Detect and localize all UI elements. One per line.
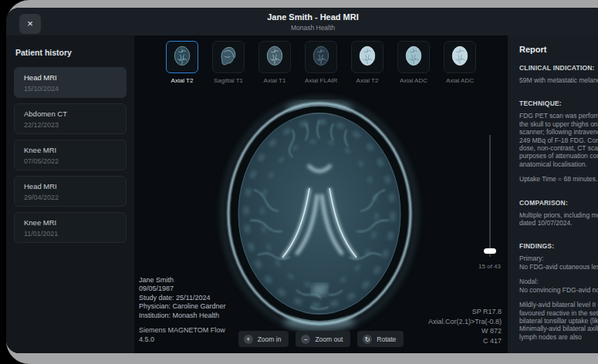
report-line	[519, 168, 598, 175]
thumbnail-image[interactable]	[305, 41, 337, 73]
report-line	[519, 184, 598, 190]
patient-info-line: Institution: Monash Health	[139, 312, 226, 321]
thumbnail-label: Axial ADC	[397, 77, 430, 84]
history-item[interactable]: Abdomen CT 22/12/2023	[14, 103, 127, 134]
thumbnail-axial-t2: Axial T2	[166, 41, 198, 84]
thumbnail-label: Sagittal T1	[212, 77, 245, 84]
thumbnail-image[interactable]	[444, 41, 476, 73]
report-line: TECHNIQUE:	[519, 99, 598, 107]
toolbar-button-label: Zoom in	[258, 335, 282, 343]
report-line: favoured reactive in the setting of in	[519, 309, 598, 317]
thumbnail-image[interactable]	[166, 41, 198, 73]
report-line: No FDG-avid cutaneous lesion.	[519, 263, 598, 271]
history-item[interactable]: Head MRI 29/04/2022	[14, 176, 127, 207]
thumbnail-image[interactable]	[397, 41, 430, 73]
thumbnail-sagittal-t1: Sagittal T1	[212, 41, 245, 84]
thumbnail-axial-flair: Axial FLAIR	[305, 41, 337, 84]
history-item-date: 11/01/2021	[24, 230, 117, 238]
report-line	[519, 84, 598, 91]
slice-slider-track[interactable]	[489, 135, 491, 257]
history-list: Head MRI 15/10/2024 Abdomen CT 22/12/202…	[14, 67, 127, 243]
history-item-label: Abdomen CT	[24, 110, 117, 118]
history-item-date: 15/10/2024	[24, 85, 117, 93]
history-item-date: 22/12/2023	[24, 121, 117, 129]
sidebar-title: Patient history	[15, 48, 127, 57]
history-item-label: Head MRI	[24, 73, 117, 82]
report-line: dose, non-contrast, CT scan was per	[519, 144, 598, 152]
report-body: CLINICAL INDICATION: 59M with metastatic…	[519, 64, 598, 341]
technical-info-line: SP R17.8	[428, 307, 502, 317]
slice-slider-handle[interactable]	[484, 248, 496, 254]
report-line: COMPARISON:	[519, 199, 598, 207]
thumbnail-axial-t1: Axial T1	[258, 41, 291, 84]
report-line: anatomical localisation.	[519, 160, 598, 168]
thumbnail-image[interactable]	[351, 41, 383, 73]
thumbnail-label: Axial T2	[166, 77, 198, 84]
report-line: the skull to upper thighs on our con	[519, 120, 598, 128]
report-line: dated 10/07/2024.	[519, 219, 598, 227]
toolbar-button-label: Zoom out	[315, 335, 343, 343]
toolbar-button[interactable]: ↻ Rotate	[357, 331, 404, 347]
thumbnail-label: Axial FLAIR	[305, 77, 337, 84]
thumbnail-axial-t2-2: Axial T2	[351, 41, 383, 84]
thumbnail-image[interactable]	[258, 41, 291, 73]
zoom-in-icon: +	[244, 335, 253, 344]
rotate-icon: ↻	[363, 335, 372, 344]
report-line: 59M with metastatic melanoma.	[519, 76, 598, 84]
patient-info-line: Physician: Caroline Gardner	[139, 302, 226, 312]
patient-info-line: 09/05/1987	[139, 285, 226, 294]
report-line: Minimally-avid bilateral axillary and	[519, 325, 598, 332]
mri-viewer-window: × Jane Smith - Head MRI Monash Health Pa…	[6, 8, 598, 353]
technical-info-line: Axial.Cor(2.1)>Tra(-0.8)	[428, 317, 502, 327]
report-line: Multiple priors, including most rece	[519, 211, 598, 219]
window-subtitle: Monash Health	[6, 24, 598, 32]
history-item-date: 07/05/2022	[24, 157, 117, 165]
report-line	[519, 227, 598, 234]
report-title: Report	[519, 45, 598, 54]
toolbar-button-label: Rotate	[377, 335, 396, 343]
toolbar-button[interactable]: − Zoom out	[296, 331, 350, 347]
history-item[interactable]: Knee MRI 07/05/2022	[14, 140, 127, 170]
report-line: Uptake Time = 68 minutes. BSL = 5.9	[519, 175, 598, 183]
report-line	[519, 294, 598, 301]
zoom-out-icon: −	[301, 335, 310, 344]
report-line: Primary:	[519, 254, 598, 262]
thumbnail-label: Axial ADC	[444, 77, 476, 84]
viewer-toolbar: + Zoom in − Zoom out ↻ Rotate	[134, 331, 508, 347]
report-line: scanner; following intravenous admi	[519, 128, 598, 136]
window-title: Jane Smith - Head MRI	[6, 12, 598, 22]
report-panel: Report CLINICAL INDICATION: 59M with met…	[508, 35, 598, 353]
thumbnail-image[interactable]	[212, 41, 245, 73]
image-viewer: Axial T2	[134, 35, 508, 353]
patient-info-line: Study date: 25/11/2024	[139, 294, 226, 303]
report-line: Nodal:	[519, 278, 598, 285]
report-line	[519, 271, 598, 278]
report-line: Mildly-avid bilateral level II cervical …	[519, 301, 598, 308]
toolbar-button[interactable]: + Zoom in	[238, 331, 289, 347]
report-line: No convincing FDG-avid nodal meta	[519, 286, 598, 294]
thumbnail-list: Axial T2	[134, 41, 508, 84]
thumbnail-label: Axial T1	[258, 77, 291, 84]
report-line: purposes of attenuation correction a	[519, 152, 598, 160]
report-line: CLINICAL INDICATION:	[519, 64, 598, 72]
thumbnail-axial-adc-2: Axial ADC	[444, 41, 476, 84]
history-item-label: Knee MRI	[24, 146, 117, 154]
report-line: 249 MBq of F-18 FDG. Contemporan	[519, 136, 598, 144]
report-line: FINDINGS:	[519, 242, 598, 250]
history-item-label: Knee MRI	[24, 218, 117, 227]
patient-info-lines: Jane Smith09/05/1987Study date: 25/11/20…	[139, 276, 226, 321]
report-line: bilateral tonsillar uptake (likely infla	[519, 317, 598, 325]
history-item[interactable]: Head MRI 15/10/2024	[14, 67, 127, 98]
report-line: FDG PET scan was performed from t	[519, 112, 598, 120]
history-item[interactable]: Knee MRI 11/01/2021	[14, 212, 127, 243]
patient-history-sidebar: Patient history Head MRI 15/10/2024 Abdo…	[6, 35, 134, 353]
screen: × Jane Smith - Head MRI Monash Health Pa…	[0, 0, 598, 364]
history-item-label: Head MRI	[24, 182, 117, 190]
thumbnail-label: Axial T2	[351, 77, 383, 84]
slice-indicator: 15 of 43	[462, 263, 501, 270]
report-line: lymph nodes are also	[519, 333, 598, 341]
patient-info-line: Jane Smith	[139, 276, 226, 285]
window-header: × Jane Smith - Head MRI Monash Health	[6, 8, 598, 35]
thumbnail-axial-adc: Axial ADC	[397, 41, 430, 84]
history-item-date: 29/04/2022	[24, 194, 117, 201]
